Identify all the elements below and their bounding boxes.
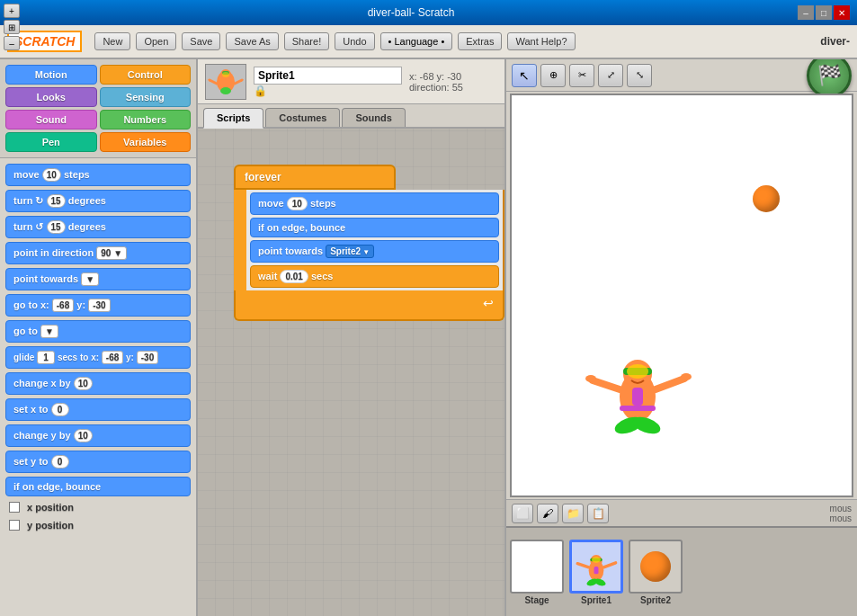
- tabs-bar: Scripts Costumes Sounds: [198, 104, 504, 129]
- folder-button[interactable]: 📁: [562, 504, 584, 523]
- window-title: diver-ball- Scratch: [368, 6, 455, 19]
- y-position-block[interactable]: y position: [5, 518, 191, 532]
- cut-tool-button[interactable]: ✂: [569, 64, 594, 87]
- x-position-block[interactable]: x position: [5, 500, 191, 514]
- script-wait-suffix: secs: [311, 271, 333, 281]
- tab-sounds[interactable]: Sounds: [342, 108, 405, 127]
- sprite1-item[interactable]: Sprite1: [569, 540, 623, 605]
- svg-line-11: [593, 380, 620, 389]
- tab-costumes[interactable]: Costumes: [265, 108, 340, 127]
- point-direction-block[interactable]: point in direction 90 ▼: [5, 242, 191, 264]
- turn-ccw-block[interactable]: turn ↺ 15 degrees: [5, 216, 191, 238]
- grow-tool-button[interactable]: ⤢: [598, 64, 623, 87]
- svg-point-3: [222, 72, 229, 77]
- mouse-coordinates: mous mous: [830, 504, 852, 523]
- set-x-block[interactable]: set x to 0: [5, 398, 191, 421]
- sound-category[interactable]: Sound: [5, 110, 97, 129]
- window-controls: – □ ✕: [798, 5, 850, 20]
- new-button[interactable]: New: [94, 32, 130, 50]
- mouse-x-label: mous: [830, 504, 852, 513]
- svg-point-6: [220, 87, 231, 94]
- stage-item[interactable]: Stage: [510, 540, 564, 605]
- sprite2-label: Sprite2: [640, 595, 671, 605]
- pen-category[interactable]: Pen: [5, 132, 97, 152]
- stage-background: [512, 95, 852, 495]
- open-button[interactable]: Open: [136, 32, 176, 50]
- save-button[interactable]: Save: [182, 32, 220, 50]
- svg-rect-16: [620, 406, 656, 411]
- goto-xy-block[interactable]: go to x: -68 y: -30: [5, 294, 191, 317]
- move-block[interactable]: move 10 steps: [5, 164, 191, 186]
- sprite-name-input[interactable]: [254, 67, 402, 85]
- stage-panel: ↖ ⊕ ✂ ⤢ ⤡ 🏁: [506, 59, 857, 616]
- stage-label: Stage: [524, 595, 549, 605]
- cursor-tool-button[interactable]: ↖: [512, 64, 537, 87]
- script-if-edge-label: if on edge, bounce: [258, 222, 345, 233]
- minimize-button[interactable]: –: [798, 5, 814, 20]
- looks-category[interactable]: Looks: [5, 87, 97, 107]
- sprite-info: + ⊞ –: [198, 59, 504, 104]
- scripts-canvas: forever move 10 steps if on edge, bounce: [198, 129, 504, 616]
- stage-view: [510, 94, 853, 497]
- script-point-towards-target[interactable]: Sprite2: [326, 245, 374, 258]
- stage-display-button[interactable]: ⬜: [512, 504, 533, 523]
- toolbar: SCRATCH New Open Save Save As Share! Und…: [0, 25, 857, 59]
- y-position-checkbox[interactable]: [9, 520, 20, 531]
- ball-sprite: [753, 185, 780, 212]
- sprites-tray: Stage: [506, 526, 857, 616]
- scripts-area: + ⊞ –: [198, 59, 506, 616]
- if-edge-block[interactable]: if on edge, bounce: [5, 477, 191, 496]
- svg-line-4: [210, 80, 217, 84]
- forever-label: forever: [245, 171, 281, 183]
- sprite1-label: Sprite1: [581, 595, 612, 605]
- script-move-value[interactable]: 10: [287, 197, 308, 210]
- sprite-name-block: 🔒: [254, 67, 402, 97]
- project-label: diver-: [820, 35, 850, 48]
- duplicate-tool-button[interactable]: ⊕: [540, 64, 566, 87]
- variables-category[interactable]: Variables: [100, 132, 192, 152]
- control-category[interactable]: Control: [100, 65, 192, 85]
- shrink-tool-button[interactable]: ⤡: [627, 64, 652, 87]
- help-button[interactable]: Want Help?: [507, 32, 575, 50]
- change-x-block[interactable]: change x by 10: [5, 372, 191, 395]
- set-y-block[interactable]: set y to 0: [5, 451, 191, 473]
- import-button[interactable]: 📋: [587, 504, 609, 523]
- paint-button[interactable]: 🖌: [537, 504, 558, 523]
- main-content: Motion Control Looks Sensing Sound Numbe…: [0, 59, 857, 616]
- saveas-button[interactable]: Save As: [226, 32, 278, 50]
- turn-cw-block[interactable]: turn ↻ 15 degrees: [5, 190, 191, 212]
- close-button[interactable]: ✕: [834, 5, 850, 20]
- blocks-list: move 10 steps turn ↻ 15 degrees turn ↺ 1…: [0, 158, 196, 616]
- stage-toolbar: ↖ ⊕ ✂ ⤢ ⤡ 🏁: [506, 59, 857, 92]
- svg-rect-25: [594, 567, 599, 574]
- sprite2-item[interactable]: Sprite2: [629, 540, 683, 605]
- svg-point-22: [592, 557, 601, 563]
- maximize-button[interactable]: □: [816, 5, 832, 20]
- script-point-towards-label: point towards: [258, 246, 323, 256]
- script-stack: forever move 10 steps if on edge, bounce: [234, 165, 504, 321]
- diver-sprite: [584, 334, 692, 442]
- lock-icon: 🔒: [254, 85, 267, 97]
- change-y-block[interactable]: change y by 10: [5, 424, 191, 447]
- share-button[interactable]: Share!: [284, 32, 329, 50]
- tab-scripts[interactable]: Scripts: [203, 108, 263, 129]
- green-flag-button[interactable]: 🏁: [807, 59, 852, 98]
- sprite1-thumbnail: [569, 540, 623, 594]
- extras-button[interactable]: Extras: [458, 32, 502, 50]
- numbers-category[interactable]: Numbers: [100, 110, 192, 129]
- mouse-y-label: mous: [830, 513, 852, 523]
- sensing-category[interactable]: Sensing: [100, 87, 192, 107]
- point-towards-block[interactable]: point towards ▼: [5, 268, 191, 290]
- undo-button[interactable]: Undo: [335, 32, 374, 50]
- glide-block[interactable]: glide 1 secs to x: -68 y: -30: [5, 346, 191, 369]
- script-wait-value[interactable]: 0.01: [280, 270, 308, 283]
- motion-category[interactable]: Motion: [5, 65, 97, 85]
- stage-thumbnail: [510, 540, 564, 594]
- language-button[interactable]: • Language •: [380, 32, 453, 50]
- sprite-coords: x: -68 y: -30 direction: 55: [409, 71, 497, 93]
- x-position-checkbox[interactable]: [9, 502, 20, 513]
- goto-block[interactable]: go to ▼: [5, 320, 191, 343]
- script-move-label: move: [258, 198, 284, 209]
- svg-point-10: [627, 364, 648, 379]
- sprite2-thumbnail: [629, 540, 683, 594]
